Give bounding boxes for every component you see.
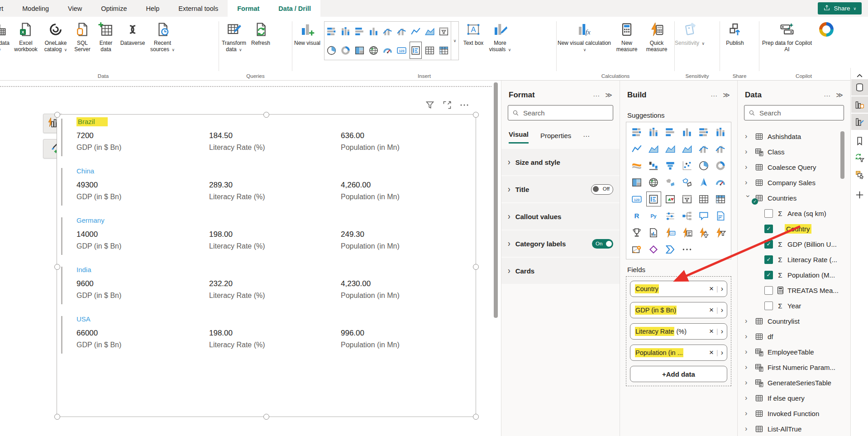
expand-chevron-icon[interactable]: › (745, 348, 751, 356)
more-visuals-button[interactable]: More visuals ∨ (485, 20, 515, 53)
menu-item-insert[interactable]: Insert (0, 0, 13, 17)
azure-map-icon[interactable] (696, 174, 712, 191)
text-slicer-icon[interactable]: A (696, 224, 712, 241)
power-automate-visual-icon[interactable] (662, 241, 679, 258)
format-search[interactable] (508, 105, 613, 120)
field-treatas-mea-[interactable]: TREATAS Mea... (738, 283, 850, 298)
decomposition-tree-icon[interactable] (679, 207, 696, 224)
table-generateseriestable[interactable]: ›GenerateSeriesTable (738, 375, 850, 390)
table-invoked-function[interactable]: ›Invoked Function (738, 406, 850, 421)
multi-row-card-icon[interactable] (645, 191, 662, 207)
filled-map-icon[interactable] (662, 174, 679, 191)
expand-chevron-icon[interactable]: › (744, 195, 752, 201)
dataverse-button[interactable]: Dataverse (118, 20, 148, 46)
field-well-literacy-rate[interactable]: Literacy Rate (%)×|› (630, 323, 727, 340)
canvas-scrollbar[interactable] (494, 82, 498, 318)
list-slicer-icon[interactable] (712, 224, 729, 241)
menu-item-help[interactable]: Help (137, 0, 169, 17)
new-visual-button[interactable]: New visual (292, 20, 322, 46)
multi-row-card-icon[interactable] (409, 41, 423, 60)
text-box-button[interactable]: AText box (462, 20, 485, 46)
clustered-column-chart-icon[interactable] (679, 124, 696, 140)
slicer-icon[interactable] (437, 22, 451, 41)
map-icon[interactable] (367, 41, 381, 60)
new-slicer-icon[interactable] (662, 207, 679, 224)
format-tab-[interactable]: ··· (583, 132, 590, 144)
table-countries[interactable]: ›✓Countries (738, 190, 850, 206)
table-list-alltrue[interactable]: ›List-AllTrue (738, 421, 850, 436)
line-and-stacked-column-chart-icon[interactable] (381, 22, 395, 41)
format-search-input[interactable] (522, 109, 609, 117)
field-gdp-billion-u-[interactable]: ✓ΣGDP (Billion U... (738, 236, 850, 252)
expand-chevron-icon[interactable]: › (745, 409, 751, 417)
field-area-sq-km-[interactable]: ΣArea (sq km) (738, 206, 850, 221)
field-options-icon[interactable]: › (721, 349, 723, 357)
line-chart-icon[interactable] (409, 22, 423, 41)
selection-handle[interactable] (54, 414, 60, 420)
scatter-chart-icon[interactable] (679, 157, 696, 174)
more-visual-types-icon[interactable] (679, 241, 696, 258)
toggle-off[interactable]: Off (591, 184, 613, 195)
slicer-icon[interactable] (679, 191, 696, 207)
line-chart-icon[interactable] (629, 140, 645, 157)
menu-item-data-drill[interactable]: Data / Drill (269, 0, 320, 17)
field-checkbox[interactable] (764, 286, 773, 295)
clustered-bar-chart-icon[interactable] (662, 124, 679, 140)
table-first-numeric-param-[interactable]: ›First Numeric Param... (738, 359, 850, 375)
enter-data-button[interactable]: Enter data (94, 20, 118, 53)
stacked-bar-chart-icon[interactable] (324, 22, 339, 41)
table-class[interactable]: ›Class (738, 144, 850, 159)
expand-chevron-icon[interactable]: › (745, 317, 751, 325)
matrix-icon[interactable] (712, 191, 729, 207)
table-icon[interactable] (423, 41, 437, 60)
gauge-icon[interactable] (381, 41, 395, 60)
format-section-category-labels[interactable]: ›Category labelsOn (501, 230, 620, 257)
format-section-title[interactable]: ›TitleOff (501, 176, 620, 202)
focus-mode-icon[interactable] (442, 100, 453, 110)
expand-chevron-icon[interactable]: › (745, 178, 751, 187)
new-measure-button[interactable]: New measure (612, 20, 642, 53)
field-year[interactable]: ΣYear (738, 298, 850, 313)
menu-item-modeling[interactable]: Modeling (13, 0, 58, 17)
card-icon[interactable]: 123 (629, 191, 645, 207)
selection-handle[interactable] (54, 264, 60, 270)
field-population-m-[interactable]: ✓ΣPopulation (M... (738, 267, 850, 283)
sql-server-button[interactable]: SQL Server (71, 20, 94, 53)
data-pane-scrollbar[interactable] (840, 131, 844, 179)
selection-handle[interactable] (473, 414, 479, 420)
more-options-icon[interactable]: ··· (824, 91, 830, 99)
expand-chevron-icon[interactable]: › (745, 394, 751, 402)
multi-row-card-visual[interactable]: Brazil7200GDP (in $ Bn)184.50Literacy Ra… (57, 114, 476, 417)
expand-chevron-icon[interactable]: › (745, 379, 751, 387)
selection-handle[interactable] (54, 112, 60, 118)
selection-handle[interactable] (263, 112, 269, 118)
field-checkbox[interactable]: ✓ (764, 240, 773, 249)
expand-chevron-icon[interactable]: › (745, 363, 751, 371)
recent-sources-button[interactable]: Recent sources ∨ (148, 20, 177, 53)
field-well-population-in-[interactable]: Population (in ...×|› (630, 345, 727, 361)
100-stacked-area-chart-icon[interactable] (679, 140, 696, 157)
expand-chevron-icon[interactable]: › (745, 148, 751, 156)
button-slicer-icon[interactable] (679, 224, 696, 241)
onelake-catalog-button[interactable]: OneLake catalog ∨ (41, 20, 71, 53)
table-if-else-query[interactable]: ›If else query (738, 390, 850, 406)
menu-item-external-tools[interactable]: External tools (169, 0, 228, 17)
stacked-column-chart-icon[interactable] (645, 124, 662, 140)
card-row-usa[interactable]: USA66000GDP (in $ Bn)198.00Literacy Rate… (57, 315, 476, 358)
stacked-column-chart-icon[interactable] (339, 22, 353, 41)
qa-visual-icon[interactable] (696, 207, 712, 224)
prep-data-for-copilot-ai-button[interactable]: Prep data for Copilot AI (759, 20, 815, 53)
pie-chart-icon[interactable] (324, 41, 339, 60)
format-section-callout-values[interactable]: ›Callout values (501, 203, 620, 230)
line-and-clustered-column-chart-icon[interactable] (395, 22, 409, 41)
metrics-icon[interactable] (629, 224, 645, 241)
field-checkbox[interactable]: ✓ (764, 225, 773, 233)
data-search[interactable] (744, 105, 844, 120)
field-well-country[interactable]: Country×|› (630, 281, 727, 297)
expand-chevron-icon[interactable]: › (745, 132, 751, 140)
pie-chart-icon[interactable] (696, 157, 712, 174)
sync-slicers-icon[interactable] (851, 151, 868, 164)
menu-item-optimize[interactable]: Optimize (91, 0, 136, 17)
map-icon[interactable] (645, 174, 662, 191)
selection-handle[interactable] (263, 414, 269, 420)
